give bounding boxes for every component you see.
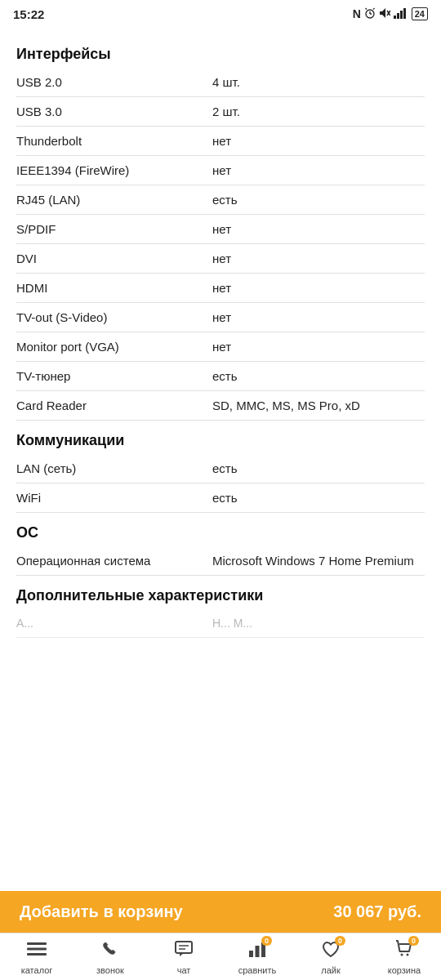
value-rj45: есть [212, 193, 425, 207]
menu-icon [27, 939, 47, 964]
label-usb3: USB 3.0 [16, 105, 212, 118]
section-os: ОС [16, 524, 425, 541]
label-lan: LAN (сеть) [16, 461, 212, 475]
nfc-icon: N [353, 7, 361, 20]
row-spdif: S/PDIF нет [16, 215, 425, 244]
row-wifi: WiFi есть [16, 483, 425, 513]
section-additional: Дополнительные характеристики [16, 587, 425, 604]
nav-like-label: лайк [321, 965, 341, 975]
value-vga: нет [212, 340, 425, 354]
label-firewire: IEEE1394 (FireWire) [16, 163, 212, 177]
section-interfaces: Интерфейсы [16, 46, 425, 63]
nav-catalog-label: каталог [21, 965, 53, 975]
label-tvtuner: TV-тюнер [16, 369, 212, 383]
label-vga: Monitor port (VGA) [16, 340, 212, 354]
svg-rect-12 [27, 942, 47, 945]
main-content: Интерфейсы USB 2.0 4 шт. USB 3.0 2 шт. T… [0, 26, 441, 744]
nav-call-label: звонок [96, 965, 124, 975]
row-partial: А... Н... М... [16, 609, 425, 638]
svg-line-4 [373, 8, 375, 10]
label-hdmi: HDMI [16, 281, 212, 295]
value-cardreader: SD, MMC, MS, MS Pro, xD [212, 399, 425, 412]
label-rj45: RJ45 (LAN) [16, 193, 212, 207]
svg-rect-20 [256, 946, 260, 957]
status-bar: 15:22 N [0, 0, 441, 26]
compare-badge: 0 [261, 936, 272, 946]
battery-icon: 24 [412, 7, 428, 20]
label-partial: А... [16, 617, 212, 630]
row-tvout: TV-out (S-Video) нет [16, 303, 425, 332]
nav-compare[interactable]: 0 сравнить [233, 939, 282, 975]
row-os: Операционная система Microsoft Windows 7… [16, 546, 425, 576]
row-cardreader: Card Reader SD, MMC, MS, MS Pro, xD [16, 391, 425, 421]
label-usb2: USB 2.0 [16, 75, 212, 89]
value-usb3: 2 шт. [212, 105, 425, 118]
label-os: Операционная система [16, 554, 212, 568]
nav-like[interactable]: 0 лайк [306, 939, 355, 975]
phone-icon [100, 939, 120, 964]
svg-rect-11 [403, 8, 406, 19]
nav-chat-label: чат [177, 965, 191, 975]
nav-cart-label: корзина [388, 965, 421, 975]
svg-rect-10 [400, 11, 403, 19]
status-icons: N [353, 7, 428, 21]
value-partial: Н... М... [212, 617, 425, 630]
label-spdif: S/PDIF [16, 222, 212, 236]
nav-call[interactable]: звонок [86, 939, 135, 975]
label-wifi: WiFi [16, 491, 212, 505]
value-spdif: нет [212, 222, 425, 236]
label-thunderbolt: Thunderbolt [16, 134, 212, 148]
section-comms: Коммуникации [16, 432, 425, 449]
value-thunderbolt: нет [212, 134, 425, 148]
row-tvtuner: TV-тюнер есть [16, 362, 425, 391]
svg-rect-19 [249, 951, 253, 957]
svg-line-3 [365, 8, 367, 10]
row-thunderbolt: Thunderbolt нет [16, 127, 425, 156]
add-to-cart-label: Добавить в корзину [20, 902, 183, 921]
row-usb2: USB 2.0 4 шт. [16, 68, 425, 97]
svg-rect-14 [27, 953, 47, 956]
row-vga: Monitor port (VGA) нет [16, 332, 425, 362]
nav-cart[interactable]: 0 корзина [380, 939, 429, 975]
svg-marker-5 [380, 8, 385, 18]
bottom-nav: каталог звонок чат [0, 933, 441, 980]
status-time: 15:22 [13, 7, 44, 21]
like-badge: 0 [335, 936, 345, 946]
value-tvtuner: есть [212, 369, 425, 383]
svg-rect-8 [394, 16, 396, 19]
label-cardreader: Card Reader [16, 399, 212, 412]
row-dvi: DVI нет [16, 244, 425, 274]
value-os: Microsoft Windows 7 Home Premium [212, 554, 425, 568]
value-firewire: нет [212, 163, 425, 177]
svg-rect-15 [176, 942, 192, 953]
compare-icon: 0 [247, 939, 267, 964]
row-rj45: RJ45 (LAN) есть [16, 185, 425, 215]
svg-marker-16 [180, 953, 184, 956]
label-tvout: TV-out (S-Video) [16, 310, 212, 324]
cart-icon: 0 [394, 939, 414, 964]
value-usb2: 4 шт. [212, 75, 425, 89]
mute-icon [379, 7, 390, 21]
cart-badge: 0 [408, 936, 419, 946]
chat-icon [174, 939, 194, 964]
row-firewire: IEEE1394 (FireWire) нет [16, 156, 425, 185]
svg-point-22 [401, 953, 403, 956]
add-to-cart-bar[interactable]: Добавить в корзину 30 067 руб. [0, 891, 441, 933]
svg-rect-9 [397, 13, 399, 19]
nav-chat[interactable]: чат [159, 939, 208, 975]
svg-point-23 [407, 953, 409, 956]
label-dvi: DVI [16, 252, 212, 265]
row-lan: LAN (сеть) есть [16, 454, 425, 483]
signal-icon [394, 7, 408, 21]
value-dvi: нет [212, 252, 425, 265]
value-tvout: нет [212, 310, 425, 324]
svg-rect-13 [27, 947, 47, 950]
value-hdmi: нет [212, 281, 425, 295]
heart-icon: 0 [321, 939, 341, 964]
nav-catalog[interactable]: каталог [12, 939, 61, 975]
row-hdmi: HDMI нет [16, 274, 425, 303]
value-wifi: есть [212, 491, 425, 505]
value-lan: есть [212, 461, 425, 475]
alarm-icon [364, 7, 376, 21]
add-to-cart-price: 30 067 руб. [333, 902, 421, 921]
